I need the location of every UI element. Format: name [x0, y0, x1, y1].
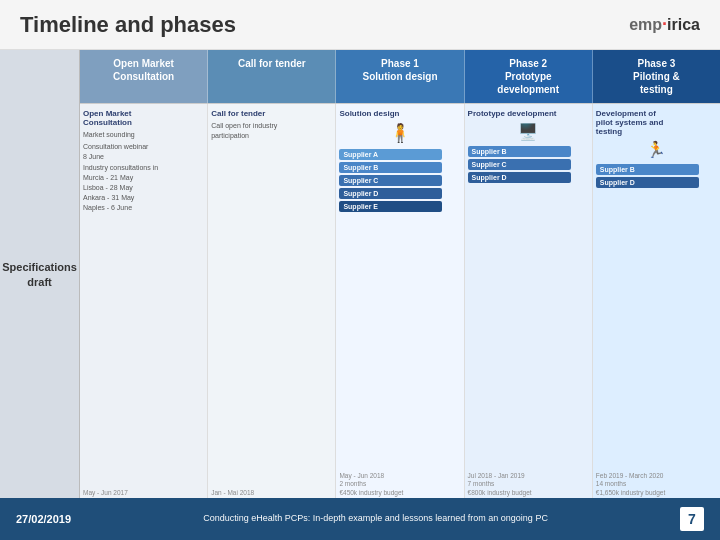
phase-header-p1: Phase 1Solution design — [336, 50, 464, 103]
p2-title: Prototype development — [468, 109, 589, 118]
run-icon: 🏃 — [596, 140, 717, 159]
page-title: Timeline and phases — [20, 12, 236, 38]
cft-title: Call for tender — [211, 109, 332, 118]
p1-title: Solution design — [339, 109, 460, 118]
phase-body-p2: Prototype development 🖥️ Supplier B Supp… — [465, 104, 593, 500]
p3-suppliers: Supplier B Supplier D — [596, 164, 717, 188]
spec-sidebar: Specificationsdraft — [0, 50, 80, 500]
p3-date: Feb 2019 - March 202014 months€1,650k in… — [596, 472, 665, 497]
p3-supplier-b: Supplier B — [596, 164, 699, 175]
supplier-a: Supplier A — [339, 149, 442, 160]
footer: 27/02/2019 Conducting eHealth PCPs: In-d… — [0, 498, 720, 540]
phases-header-row: Open Market Consultation Call for tender… — [80, 50, 720, 104]
supplier-d: Supplier D — [339, 188, 442, 199]
supplier-e: Supplier E — [339, 201, 442, 212]
p2-supplier-c: Supplier C — [468, 159, 571, 170]
phase-body-omc: Open MarketConsultation Market sounding … — [80, 104, 208, 500]
footer-date: 27/02/2019 — [16, 513, 71, 525]
p2-supplier-d: Supplier D — [468, 172, 571, 183]
omc-text-2: Consultation webinar8 June — [83, 142, 204, 162]
logo: emp·irica — [629, 14, 700, 35]
phases-area: Open Market Consultation Call for tender… — [80, 50, 720, 500]
cft-text: Call open for industryparticipation — [211, 121, 332, 141]
supplier-c: Supplier C — [339, 175, 442, 186]
footer-page-num: 7 — [680, 507, 704, 531]
phase-header-omc: Open Market Consultation — [80, 50, 208, 103]
omc-title: Open MarketConsultation — [83, 109, 204, 127]
p1-suppliers: Supplier A Supplier B Supplier C Supplie… — [339, 149, 460, 212]
p3-title: Development ofpilot systems andtesting — [596, 109, 717, 136]
phase-body-cft: Call for tender Call open for industrypa… — [208, 104, 336, 500]
page: Timeline and phases emp·irica Specificat… — [0, 0, 720, 540]
omc-date: May - Jun 2017 — [83, 489, 128, 497]
p2-date: Jul 2018 - Jan 20197 months€800k industr… — [468, 472, 532, 497]
phase-header-p2: Phase 2Prototypedevelopment — [465, 50, 593, 103]
supplier-b: Supplier B — [339, 162, 442, 173]
cft-date: Jan - Mai 2018 — [211, 489, 254, 497]
p2-suppliers: Supplier B Supplier C Supplier D — [468, 146, 589, 183]
monitor-icon: 🖥️ — [468, 122, 589, 141]
p2-supplier-b: Supplier B — [468, 146, 571, 157]
phase-body-p3: Development ofpilot systems andtesting 🏃… — [593, 104, 720, 500]
header: Timeline and phases emp·irica — [0, 0, 720, 50]
p3-supplier-d: Supplier D — [596, 177, 699, 188]
omc-text-1: Market sounding — [83, 130, 204, 140]
omc-text-3: Industry consultations inMurcia - 21 May… — [83, 163, 204, 212]
p1-date: May - Jun 20182 months€450k industry bud… — [339, 472, 403, 497]
footer-text: Conducting eHealth PCPs: In-depth exampl… — [71, 513, 680, 525]
phase-body-p1: Solution design 🧍 Supplier A Supplier B … — [336, 104, 464, 500]
phases-body-row: Open MarketConsultation Market sounding … — [80, 104, 720, 500]
phase-header-p3: Phase 3Piloting &testing — [593, 50, 720, 103]
content-area: Specificationsdraft Open Market Consulta… — [0, 50, 720, 500]
person-icon: 🧍 — [339, 122, 460, 144]
phase-header-cft: Call for tender — [208, 50, 336, 103]
spec-sidebar-label: Specificationsdraft — [2, 260, 77, 291]
